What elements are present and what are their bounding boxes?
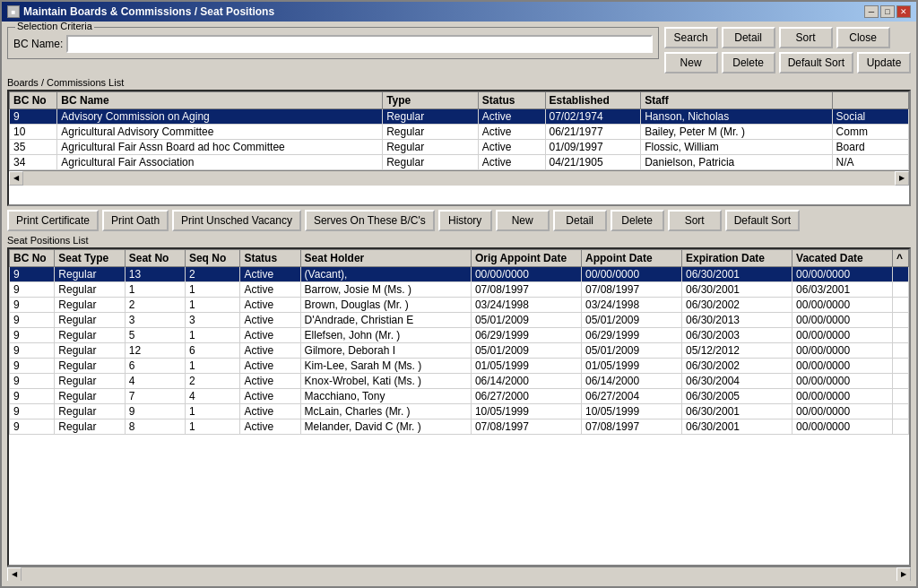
seat-cell-2-2: 2: [125, 298, 185, 313]
print-oath-button[interactable]: Print Oath: [102, 210, 169, 231]
seat-scroll-track[interactable]: [22, 567, 896, 582]
board-row-2[interactable]: 35Agricultural Fair Assn Board ad hoc Co…: [10, 140, 909, 155]
seat-cell-10-7: 07/08/1997: [582, 419, 682, 435]
seat-row-7[interactable]: 9Regular42ActiveKnox-Wrobel, Kati (Ms. )…: [10, 374, 909, 389]
seat-row-6[interactable]: 9Regular61ActiveKim-Lee, Sarah M (Ms. )0…: [10, 359, 909, 374]
bc-name-row: BC Name:: [13, 35, 653, 53]
board-row-0[interactable]: 9Advisory Commission on AgingRegularActi…: [10, 109, 909, 125]
serves-on-button[interactable]: Serves On These B/C's: [305, 210, 435, 231]
seat-cell-5-4: Active: [240, 343, 300, 359]
boards-scroll-right[interactable]: ▶: [895, 171, 909, 186]
seat-cell-3-7: 05/01/2009: [582, 313, 682, 328]
seat-cell-4-4: Active: [240, 328, 300, 343]
seat-row-scroll-8: [893, 389, 909, 404]
col-type: Type: [383, 92, 479, 109]
board-row-3[interactable]: 34Agricultural Fair AssociationRegularAc…: [10, 155, 909, 170]
seat-cell-1-1: Regular: [55, 282, 125, 298]
seat-row-1[interactable]: 9Regular11ActiveBarrow, Josie M (Ms. )07…: [10, 282, 909, 298]
boards-list-section: Boards / Commissions List BC No: [7, 77, 911, 206]
seat-row-0[interactable]: 9Regular132Active(Vacant),00/00/000000/0…: [10, 267, 909, 282]
new-button-mid[interactable]: New: [496, 210, 550, 231]
seat-cell-6-7: 01/05/1999: [582, 359, 682, 374]
seat-row-10[interactable]: 9Regular81ActiveMelander, David C (Mr. )…: [10, 419, 909, 435]
board-cell-3-2: Regular: [383, 155, 479, 170]
board-cell-1-0: 10: [10, 125, 57, 140]
seat-row-4[interactable]: 9Regular51ActiveEllefsen, John (Mr. )06/…: [10, 328, 909, 343]
board-cell-0-6: Social: [832, 109, 908, 125]
close-button-top[interactable]: Close: [836, 27, 890, 48]
boards-scroll-left[interactable]: ◀: [9, 171, 23, 186]
seat-cell-5-0: 9: [10, 343, 55, 359]
seat-cell-9-6: 10/05/1999: [471, 404, 581, 419]
maximize-button[interactable]: □: [880, 5, 895, 18]
delete-button-mid[interactable]: Delete: [611, 210, 664, 231]
seat-row-5[interactable]: 9Regular126ActiveGilmore, Deborah I05/01…: [10, 343, 909, 359]
seat-cell-3-8: 06/30/2013: [681, 313, 792, 328]
selection-criteria-label: Selection Criteria: [15, 22, 94, 31]
seat-horizontal-scroll[interactable]: ◀ ▶: [7, 566, 911, 581]
board-cell-3-6: N/A: [832, 155, 908, 170]
seat-cell-10-2: 8: [125, 419, 185, 435]
seat-cell-7-9: 00/00/0000: [792, 374, 893, 389]
seat-cell-10-6: 07/08/1997: [471, 419, 581, 435]
default-sort-button-top[interactable]: Default Sort: [779, 52, 853, 74]
title-controls[interactable]: ─ □ ✕: [864, 5, 911, 18]
history-button[interactable]: History: [438, 210, 492, 231]
boards-horizontal-scroll[interactable]: ◀ ▶: [9, 170, 909, 185]
seat-row-8[interactable]: 9Regular74ActiveMacchiano, Tony06/27/200…: [10, 389, 909, 404]
seat-cell-6-0: 9: [10, 359, 55, 374]
seat-cell-5-9: 00/00/0000: [792, 343, 893, 359]
seat-row-3[interactable]: 9Regular33ActiveD'Andrade, Christian E05…: [10, 313, 909, 328]
delete-button-top[interactable]: Delete: [722, 52, 775, 74]
seat-cell-1-4: Active: [240, 282, 300, 298]
close-button[interactable]: ✕: [896, 5, 911, 18]
button-row-1: Search Detail Sort Close: [664, 27, 911, 48]
detail-button-top[interactable]: Detail: [722, 27, 775, 48]
seat-cell-9-5: McLain, Charles (Mr. ): [300, 404, 471, 419]
seat-cell-8-8: 06/30/2005: [681, 389, 792, 404]
seat-cell-10-3: 1: [185, 419, 240, 435]
seat-cell-10-5: Melander, David C (Mr. ): [300, 419, 471, 435]
print-unsched-vacancy-button[interactable]: Print Unsched Vacancy: [172, 210, 301, 231]
seat-cell-4-7: 06/29/1999: [582, 328, 682, 343]
seat-cell-6-4: Active: [240, 359, 300, 374]
board-cell-2-0: 35: [10, 140, 57, 155]
col-bc-name: BC Name: [57, 92, 383, 109]
seat-cell-6-8: 06/30/2002: [681, 359, 792, 374]
seat-cell-2-5: Brown, Douglas (Mr. ): [300, 298, 471, 313]
seat-cell-8-3: 4: [185, 389, 240, 404]
seat-cell-8-7: 06/27/2004: [582, 389, 682, 404]
boards-table-container[interactable]: BC No BC Name Type Status Established St…: [7, 90, 911, 206]
default-sort-button-mid[interactable]: Default Sort: [725, 210, 800, 231]
seat-scroll-right[interactable]: ▶: [896, 567, 911, 582]
seat-table-container[interactable]: BC No Seat Type Seat No Seq No Status Se…: [7, 247, 911, 566]
seat-cell-3-0: 9: [10, 313, 55, 328]
seat-cell-1-0: 9: [10, 282, 55, 298]
board-cell-1-6: Comm: [832, 125, 908, 140]
seat-row-2[interactable]: 9Regular21ActiveBrown, Douglas (Mr. )03/…: [10, 298, 909, 313]
detail-button-mid[interactable]: Detail: [553, 210, 607, 231]
seat-cell-7-5: Knox-Wrobel, Kati (Ms. ): [300, 374, 471, 389]
print-certificate-button[interactable]: Print Certificate: [7, 210, 99, 231]
update-button[interactable]: Update: [857, 52, 911, 74]
board-cell-2-6: Board: [832, 140, 908, 155]
bc-name-input[interactable]: [66, 35, 652, 53]
sort-button-top[interactable]: Sort: [779, 27, 833, 48]
board-cell-3-1: Agricultural Fair Association: [57, 155, 383, 170]
seat-cell-2-4: Active: [240, 298, 300, 313]
seat-cell-6-9: 00/00/0000: [792, 359, 893, 374]
seat-row-scroll-9: [893, 404, 909, 419]
seat-col-seq-no: Seq No: [185, 250, 240, 267]
minimize-button[interactable]: ─: [864, 5, 879, 18]
search-button[interactable]: Search: [664, 27, 718, 48]
seat-cell-5-8: 05/12/2012: [681, 343, 792, 359]
new-button-top[interactable]: New: [664, 52, 718, 74]
seat-row-9[interactable]: 9Regular91ActiveMcLain, Charles (Mr. )10…: [10, 404, 909, 419]
sort-button-mid[interactable]: Sort: [668, 210, 722, 231]
seat-scroll-left[interactable]: ◀: [7, 567, 22, 582]
seat-col-expiration: Expiration Date: [681, 250, 792, 267]
board-cell-2-1: Agricultural Fair Assn Board ad hoc Comm…: [57, 140, 383, 155]
seat-cell-1-9: 06/03/2001: [792, 282, 893, 298]
board-row-1[interactable]: 10Agricultural Advisory CommitteeRegular…: [10, 125, 909, 140]
boards-scroll-track[interactable]: [23, 171, 895, 186]
